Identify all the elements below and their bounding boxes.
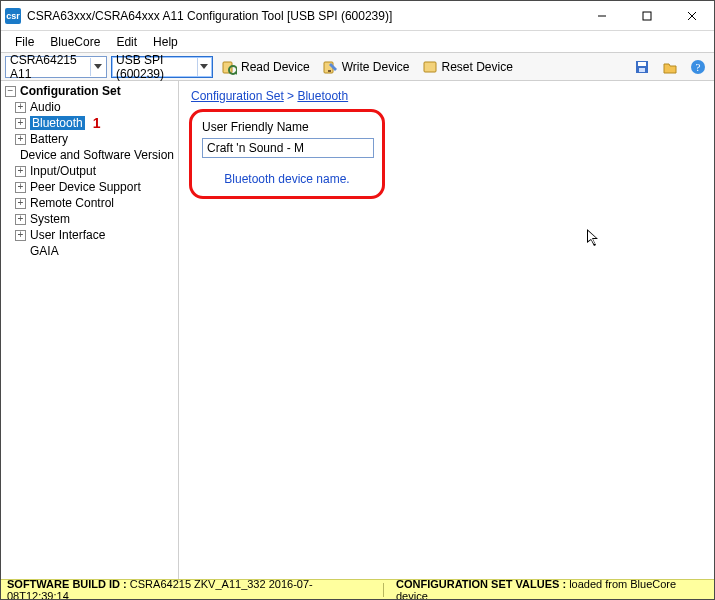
- highlight-annotation: User Friendly Name Bluetooth device name…: [189, 109, 385, 199]
- tree-item-label: Battery: [30, 132, 68, 146]
- menu-edit-label: Edit: [116, 35, 137, 49]
- status-config: CONFIGURATION SET VALUES : loaded from B…: [396, 579, 708, 599]
- app-icon: csr: [5, 8, 21, 24]
- minimize-icon: [597, 11, 607, 21]
- menu-bluecore-label: BlueCore: [50, 35, 100, 49]
- tree-root[interactable]: − Configuration Set: [1, 83, 178, 99]
- tree-item-battery[interactable]: + Battery: [1, 131, 178, 147]
- minimize-button[interactable]: [579, 1, 624, 30]
- tree-item-ui[interactable]: + User Interface: [1, 227, 178, 243]
- maximize-button[interactable]: [624, 1, 669, 30]
- read-device-label: Read Device: [241, 60, 310, 74]
- write-device-button[interactable]: Write Device: [318, 56, 414, 78]
- tree-item-bluetooth[interactable]: + Bluetooth 1: [1, 115, 178, 131]
- cursor-icon: [587, 229, 601, 247]
- svg-line-8: [235, 72, 237, 74]
- tree-item-label: Bluetooth: [30, 116, 85, 130]
- collapse-icon[interactable]: −: [5, 86, 16, 97]
- device-select[interactable]: CSRA64215 A11: [5, 56, 107, 78]
- svg-marker-18: [588, 231, 596, 244]
- tree-item-remote[interactable]: + Remote Control: [1, 195, 178, 211]
- tree-item-system[interactable]: + System: [1, 211, 178, 227]
- friendly-name-label: User Friendly Name: [202, 120, 372, 134]
- window-title: CSRA63xxx/CSRA64xxx A11 Configuration To…: [27, 9, 579, 23]
- statusbar: SOFTWARE BUILD ID : CSRA64215 ZKV_A11_33…: [1, 579, 714, 599]
- maximize-icon: [642, 11, 652, 21]
- tree-item-label: User Interface: [30, 228, 105, 242]
- expand-icon[interactable]: +: [15, 134, 26, 145]
- breadcrumb-leaf[interactable]: Bluetooth: [297, 89, 348, 103]
- read-icon: [221, 59, 237, 75]
- expand-icon[interactable]: +: [15, 198, 26, 209]
- tree-item-label: Input/Output: [30, 164, 96, 178]
- chevron-down-icon: [90, 58, 104, 76]
- status-config-key: CONFIGURATION SET VALUES :: [396, 579, 566, 590]
- leaf-icon: [15, 150, 16, 161]
- tree-item-audio[interactable]: + Audio: [1, 99, 178, 115]
- window-controls: [579, 1, 714, 30]
- leaf-icon: [15, 246, 26, 257]
- reset-icon: [422, 59, 438, 75]
- menu-help-label: Help: [153, 35, 178, 49]
- tree-item-io[interactable]: + Input/Output: [1, 163, 178, 179]
- status-separator: [383, 583, 384, 597]
- tree-item-peer[interactable]: + Peer Device Support: [1, 179, 178, 195]
- breadcrumb-sep: >: [284, 89, 298, 103]
- menu-bluecore[interactable]: BlueCore: [42, 31, 108, 52]
- expand-icon[interactable]: +: [15, 102, 26, 113]
- field-help-text: Bluetooth device name.: [202, 172, 372, 186]
- svg-rect-13: [638, 62, 646, 66]
- toolbar: CSRA64215 A11 USB SPI (600239) Read Devi…: [1, 53, 714, 81]
- status-build-key: SOFTWARE BUILD ID :: [7, 579, 127, 590]
- transport-select-value: USB SPI (600239): [116, 53, 193, 81]
- expand-icon[interactable]: +: [15, 230, 26, 241]
- menubar: File BlueCore Edit Help: [1, 31, 714, 53]
- svg-rect-11: [424, 62, 436, 72]
- close-icon: [687, 11, 697, 21]
- tree-item-label: Remote Control: [30, 196, 114, 210]
- breadcrumb: Configuration Set > Bluetooth: [191, 89, 704, 103]
- help-button[interactable]: ?: [686, 56, 710, 78]
- write-device-label: Write Device: [342, 60, 410, 74]
- tree-item-label: System: [30, 212, 70, 226]
- chevron-down-icon: [197, 58, 210, 76]
- save-icon: [634, 59, 650, 75]
- open-button[interactable]: [658, 56, 682, 78]
- svg-marker-5: [200, 64, 208, 69]
- expand-icon[interactable]: +: [15, 182, 26, 193]
- save-button[interactable]: [630, 56, 654, 78]
- tree-item-label: Peer Device Support: [30, 180, 141, 194]
- body: − Configuration Set + Audio + Bluetooth …: [1, 81, 714, 579]
- svg-rect-14: [639, 68, 645, 72]
- reset-device-button[interactable]: Reset Device: [418, 56, 517, 78]
- svg-line-3: [688, 12, 696, 20]
- svg-text:?: ?: [696, 61, 701, 73]
- annotation-marker: 1: [93, 115, 101, 131]
- menu-edit[interactable]: Edit: [108, 31, 145, 52]
- tree-item-gaia[interactable]: GAIA: [1, 243, 178, 259]
- tree-root-label: Configuration Set: [20, 84, 121, 98]
- menu-file[interactable]: File: [7, 31, 42, 52]
- menu-file-label: File: [15, 35, 34, 49]
- expand-icon[interactable]: +: [15, 214, 26, 225]
- close-button[interactable]: [669, 1, 714, 30]
- content-pane: Configuration Set > Bluetooth User Frien…: [179, 81, 714, 579]
- read-device-button[interactable]: Read Device: [217, 56, 314, 78]
- transport-select[interactable]: USB SPI (600239): [111, 56, 213, 78]
- menu-help[interactable]: Help: [145, 31, 186, 52]
- help-icon: ?: [690, 59, 706, 75]
- tree-item-label: Device and Software Version: [20, 148, 174, 162]
- expand-icon[interactable]: +: [15, 166, 26, 177]
- write-icon: [322, 59, 338, 75]
- tree-item-label: GAIA: [30, 244, 59, 258]
- expand-icon[interactable]: +: [15, 118, 26, 129]
- svg-rect-1: [643, 12, 651, 20]
- breadcrumb-root[interactable]: Configuration Set: [191, 89, 284, 103]
- svg-marker-4: [94, 64, 102, 69]
- status-build: SOFTWARE BUILD ID : CSRA64215 ZKV_A11_33…: [7, 579, 371, 599]
- device-select-value: CSRA64215 A11: [10, 53, 86, 81]
- friendly-name-input[interactable]: [202, 138, 374, 158]
- tree-item-label: Audio: [30, 100, 61, 114]
- tree-item-device-version[interactable]: Device and Software Version: [1, 147, 178, 163]
- svg-rect-10: [328, 70, 331, 72]
